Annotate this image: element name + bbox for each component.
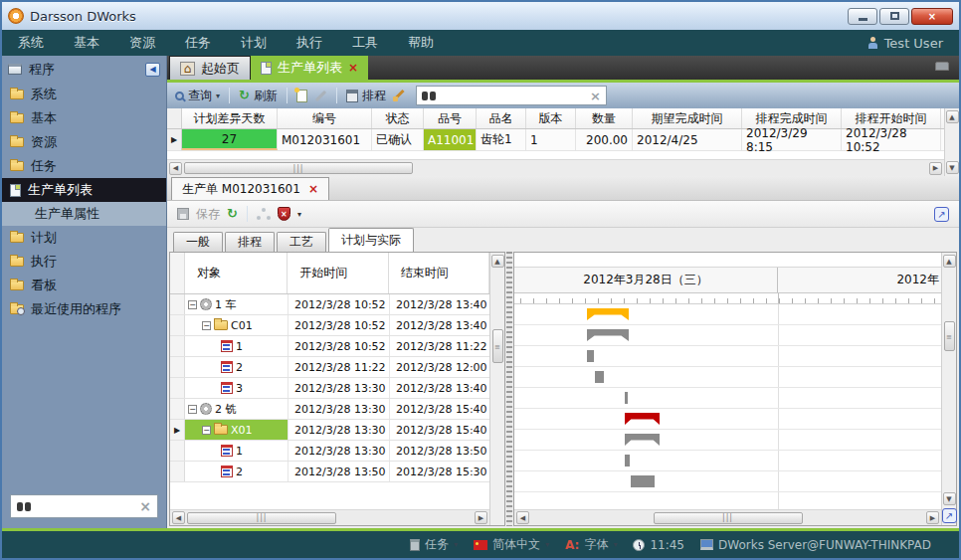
gantt-horizontal-scrollbar[interactable]: ◀ ||| ▶ bbox=[514, 509, 941, 525]
menu-tools[interactable]: 工具 bbox=[352, 34, 378, 52]
col-header[interactable]: 数量 bbox=[576, 108, 633, 128]
gantt-bar-summary[interactable] bbox=[587, 329, 629, 341]
sidebar-item-kanban[interactable]: 看板 bbox=[2, 274, 166, 297]
scroll-thumb[interactable]: ≡ bbox=[944, 321, 955, 351]
menu-execute[interactable]: 执行 bbox=[296, 34, 322, 52]
query-button[interactable]: 查询 ▾ bbox=[175, 88, 220, 104]
tab-production-order-list[interactable]: 生产单列表 × bbox=[251, 56, 368, 80]
refresh-button[interactable]: ↻ 刷新 bbox=[239, 88, 278, 104]
scroll-down-icon[interactable]: ▼ bbox=[943, 492, 956, 505]
subtab-process[interactable]: 工艺 bbox=[277, 232, 326, 252]
scroll-up-icon[interactable]: ▲ bbox=[946, 110, 959, 123]
col-header-end[interactable]: 结束时间 bbox=[389, 253, 489, 293]
subtab-general[interactable]: 一般 bbox=[173, 232, 223, 252]
sidebar-item-resource[interactable]: 资源 bbox=[2, 130, 166, 154]
grid-horizontal-scrollbar[interactable]: ◀ ||| ▶ bbox=[167, 159, 944, 176]
subtab-plan-vs-actual[interactable]: 计划与实际 bbox=[328, 228, 414, 252]
tree-row[interactable]: −1 车 2012/3/28 10:52 2012/3/28 13:40 bbox=[170, 294, 489, 315]
sidebar-search-box[interactable]: × bbox=[10, 494, 158, 518]
sidebar-item-execute[interactable]: 执行 bbox=[2, 250, 166, 274]
menu-basic[interactable]: 基本 bbox=[74, 34, 99, 52]
sidebar-item-recent-programs[interactable]: 最近使用的程序 bbox=[2, 297, 166, 321]
search-clear-icon[interactable]: × bbox=[139, 498, 151, 514]
col-header[interactable]: 状态 bbox=[372, 108, 424, 128]
tree-horizontal-scrollbar[interactable]: ◀ ||| ▶ bbox=[170, 509, 489, 525]
gantt-bar-task[interactable] bbox=[587, 350, 594, 362]
grid-data-row[interactable]: ▶ 27 M012031601 已确认 A11001 齿轮1 1 200.00 … bbox=[167, 129, 944, 151]
sidebar-collapse-button[interactable]: ◀ bbox=[145, 63, 160, 77]
tree-row[interactable]: 1 2012/3/28 10:52 2012/3/28 11:22 bbox=[170, 336, 489, 357]
tree-expand-icon[interactable]: − bbox=[188, 300, 197, 309]
col-header[interactable]: 编号 bbox=[278, 108, 372, 128]
scroll-up-icon[interactable]: ▲ bbox=[943, 255, 956, 268]
gantt-bar-summary[interactable] bbox=[625, 434, 660, 446]
scroll-right-icon[interactable]: ▶ bbox=[926, 511, 939, 524]
tree-row[interactable]: −C01 2012/3/28 10:52 2012/3/28 13:40 bbox=[170, 315, 489, 336]
tree-expand-icon[interactable]: − bbox=[202, 321, 211, 330]
gantt-bar-summary[interactable] bbox=[587, 308, 629, 320]
status-language-selector[interactable]: 简体中文 ▾ bbox=[474, 536, 549, 553]
gantt-bar-task[interactable] bbox=[625, 455, 630, 467]
grid-vertical-scrollbar[interactable]: ▲ ▼ bbox=[944, 108, 959, 176]
col-header-start[interactable]: 开始时间 bbox=[288, 253, 388, 293]
tree-expand-icon[interactable]: − bbox=[202, 426, 211, 435]
tree-row[interactable]: 3 2012/3/28 13:30 2012/3/28 13:40 bbox=[170, 378, 489, 399]
scroll-thumb[interactable]: ||| bbox=[654, 512, 803, 524]
schedule-button[interactable]: 排程 bbox=[346, 88, 386, 104]
col-header[interactable]: 期望完成时间 bbox=[633, 108, 742, 128]
col-header[interactable]: 计划差异天数 bbox=[182, 108, 278, 128]
scroll-left-icon[interactable]: ◀ bbox=[172, 511, 185, 524]
status-font-selector[interactable]: A: 字体 ▾ bbox=[565, 536, 617, 553]
chevron-down-icon[interactable]: ▾ bbox=[297, 210, 301, 219]
save-button[interactable]: 保存 bbox=[196, 206, 220, 223]
tree-row-selected[interactable]: ▶ −X01 2012/3/28 13:30 2012/3/28 15:40 bbox=[170, 420, 489, 441]
toolbar-search-box[interactable]: × bbox=[416, 86, 607, 105]
maximize-button[interactable] bbox=[879, 8, 909, 25]
col-header[interactable]: 品号 bbox=[424, 108, 477, 128]
split-handle[interactable] bbox=[506, 252, 512, 526]
scroll-up-icon[interactable]: ▲ bbox=[491, 255, 504, 268]
gantt-vertical-scrollbar[interactable]: ▲ ≡ ▼ ↗ bbox=[941, 253, 956, 525]
pin-window-icon[interactable] bbox=[935, 62, 949, 71]
col-header-object[interactable]: 对象 bbox=[185, 253, 288, 293]
tree-row[interactable]: 1 2012/3/28 13:30 2012/3/28 13:50 bbox=[170, 441, 489, 462]
tree-row[interactable]: −2 铣 2012/3/28 13:30 2012/3/28 15:40 bbox=[170, 399, 489, 420]
subtab-schedule[interactable]: 排程 bbox=[225, 232, 275, 252]
col-header[interactable]: 品名 bbox=[477, 108, 526, 128]
edit-pencil-icon[interactable] bbox=[315, 90, 326, 100]
menu-task[interactable]: 任务 bbox=[185, 34, 211, 52]
tab-home[interactable]: ⌂ 起始页 bbox=[169, 56, 251, 80]
sidebar-item-system[interactable]: 系统 bbox=[2, 83, 166, 106]
scroll-left-icon[interactable]: ◀ bbox=[516, 511, 529, 524]
scroll-thumb[interactable]: ≡ bbox=[492, 329, 503, 363]
flow-chart-icon[interactable] bbox=[257, 208, 271, 220]
expand-gantt-icon[interactable]: ↗ bbox=[942, 508, 957, 523]
tab-close-icon[interactable]: × bbox=[348, 61, 358, 75]
sidebar-item-task[interactable]: 任务 bbox=[2, 154, 166, 178]
refresh-icon[interactable]: ↻ bbox=[227, 208, 238, 220]
tree-row[interactable]: 2 2012/3/28 13:50 2012/3/28 15:30 bbox=[170, 462, 489, 482]
sidebar-item-production-order-list[interactable]: 生产单列表 bbox=[2, 178, 166, 202]
scroll-thumb[interactable]: ||| bbox=[184, 162, 413, 174]
shield-cancel-icon[interactable]: × bbox=[278, 207, 290, 221]
sidebar-item-plan[interactable]: 计划 bbox=[2, 226, 166, 250]
scroll-left-icon[interactable]: ◀ bbox=[169, 162, 182, 175]
open-in-window-icon[interactable]: ↗ bbox=[934, 207, 949, 222]
gantt-bar-summary[interactable] bbox=[625, 413, 660, 425]
gantt-bar-task[interactable] bbox=[631, 475, 655, 487]
menu-resource[interactable]: 资源 bbox=[129, 34, 155, 52]
menu-help[interactable]: 帮助 bbox=[408, 34, 434, 52]
sidebar-item-production-order-props[interactable]: 生产单属性 bbox=[2, 202, 166, 226]
tree-expand-icon[interactable]: − bbox=[188, 405, 197, 414]
new-document-icon[interactable] bbox=[296, 90, 307, 102]
col-header[interactable]: 版本 bbox=[526, 108, 576, 128]
broom-clear-icon[interactable] bbox=[393, 90, 405, 101]
scroll-right-icon[interactable]: ▶ bbox=[929, 162, 942, 175]
scroll-thumb[interactable]: ||| bbox=[187, 512, 336, 524]
menu-system[interactable]: 系统 bbox=[18, 34, 44, 52]
scroll-right-icon[interactable]: ▶ bbox=[475, 511, 487, 524]
search-clear-icon[interactable]: × bbox=[590, 89, 601, 103]
scroll-down-icon[interactable]: ▼ bbox=[946, 161, 959, 174]
tab-production-order-detail[interactable]: 生产单 M012031601 × bbox=[171, 177, 329, 200]
gantt-bar-task[interactable] bbox=[595, 371, 604, 383]
